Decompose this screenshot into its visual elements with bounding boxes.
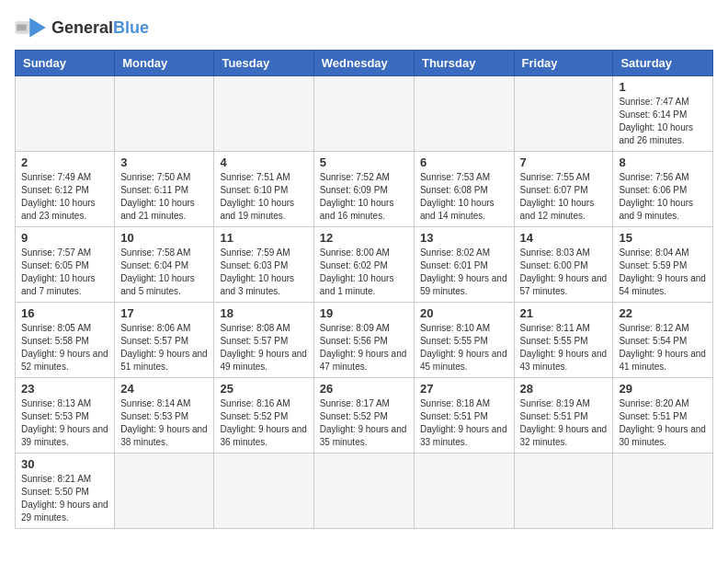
- day-number: 5: [320, 155, 408, 169]
- calendar-table: SundayMondayTuesdayWednesdayThursdayFrid…: [15, 50, 713, 529]
- day-number: 20: [420, 306, 508, 320]
- calendar-cell: 5Sunrise: 7:52 AM Sunset: 6:09 PM Daylig…: [313, 152, 414, 227]
- day-info: Sunrise: 8:10 AM Sunset: 5:55 PM Dayligh…: [420, 322, 508, 373]
- calendar-week-row: 2Sunrise: 7:49 AM Sunset: 6:12 PM Daylig…: [16, 152, 713, 227]
- day-number: 7: [520, 155, 608, 169]
- day-info: Sunrise: 8:05 AM Sunset: 5:58 PM Dayligh…: [21, 322, 108, 373]
- calendar-cell: 20Sunrise: 8:10 AM Sunset: 5:55 PM Dayli…: [414, 303, 514, 378]
- day-number: 26: [320, 382, 408, 396]
- day-info: Sunrise: 8:13 AM Sunset: 5:53 PM Dayligh…: [21, 397, 108, 449]
- logo-general: GeneralBlue: [51, 18, 149, 37]
- calendar-cell: 12Sunrise: 8:00 AM Sunset: 6:02 PM Dayli…: [313, 227, 414, 303]
- calendar-cell: 21Sunrise: 8:11 AM Sunset: 5:55 PM Dayli…: [514, 303, 613, 378]
- calendar-cell: 23Sunrise: 8:13 AM Sunset: 5:53 PM Dayli…: [16, 378, 115, 454]
- calendar-cell: [16, 76, 115, 152]
- day-info: Sunrise: 8:02 AM Sunset: 6:01 PM Dayligh…: [420, 247, 508, 298]
- calendar-cell: [514, 76, 613, 152]
- day-number: 29: [619, 382, 707, 396]
- day-number: 24: [120, 382, 208, 396]
- day-number: 8: [619, 155, 707, 169]
- calendar-cell: 22Sunrise: 8:12 AM Sunset: 5:54 PM Dayli…: [613, 303, 713, 378]
- day-info: Sunrise: 7:56 AM Sunset: 6:06 PM Dayligh…: [619, 171, 707, 223]
- day-number: 16: [21, 306, 108, 320]
- calendar-cell: 27Sunrise: 8:18 AM Sunset: 5:51 PM Dayli…: [414, 378, 514, 454]
- calendar-cell: 13Sunrise: 8:02 AM Sunset: 6:01 PM Dayli…: [414, 227, 514, 303]
- day-number: 10: [120, 231, 208, 245]
- day-number: 22: [619, 306, 707, 320]
- day-number: 19: [320, 306, 408, 320]
- calendar-cell: [414, 76, 514, 152]
- day-number: 21: [520, 306, 608, 320]
- calendar-cell: [115, 76, 214, 152]
- svg-marker-1: [29, 18, 46, 38]
- logo-blue: Blue: [113, 18, 149, 37]
- day-number: 6: [420, 155, 508, 169]
- day-info: Sunrise: 8:00 AM Sunset: 6:02 PM Dayligh…: [320, 247, 408, 298]
- column-header-saturday: Saturday: [613, 51, 713, 76]
- day-number: 18: [220, 306, 307, 320]
- calendar-cell: 28Sunrise: 8:19 AM Sunset: 5:51 PM Dayli…: [514, 378, 613, 454]
- day-info: Sunrise: 8:12 AM Sunset: 5:54 PM Dayligh…: [619, 322, 707, 373]
- day-number: 15: [619, 231, 707, 245]
- calendar-cell: 11Sunrise: 7:59 AM Sunset: 6:03 PM Dayli…: [214, 227, 313, 303]
- calendar-cell: 30Sunrise: 8:21 AM Sunset: 5:50 PM Dayli…: [16, 454, 115, 529]
- day-number: 11: [220, 231, 307, 245]
- calendar-cell: 7Sunrise: 7:55 AM Sunset: 6:07 PM Daylig…: [514, 152, 613, 227]
- day-number: 12: [320, 231, 408, 245]
- calendar-cell: [115, 454, 214, 529]
- calendar-cell: [214, 454, 313, 529]
- logo-text: GeneralBlue: [51, 18, 149, 38]
- calendar-cell: 8Sunrise: 7:56 AM Sunset: 6:06 PM Daylig…: [613, 152, 713, 227]
- day-info: Sunrise: 7:57 AM Sunset: 6:05 PM Dayligh…: [21, 247, 108, 298]
- day-info: Sunrise: 8:09 AM Sunset: 5:56 PM Dayligh…: [320, 322, 408, 373]
- day-number: 27: [420, 382, 508, 396]
- column-header-sunday: Sunday: [16, 51, 115, 76]
- day-info: Sunrise: 8:08 AM Sunset: 5:57 PM Dayligh…: [220, 322, 307, 373]
- day-info: Sunrise: 7:50 AM Sunset: 6:11 PM Dayligh…: [120, 171, 208, 223]
- header: GeneralBlue: [15, 15, 713, 40]
- calendar-cell: [613, 454, 713, 529]
- day-info: Sunrise: 8:03 AM Sunset: 6:00 PM Dayligh…: [520, 247, 608, 298]
- day-info: Sunrise: 7:51 AM Sunset: 6:10 PM Dayligh…: [220, 171, 307, 223]
- day-info: Sunrise: 8:17 AM Sunset: 5:52 PM Dayligh…: [320, 397, 408, 449]
- calendar-cell: [214, 76, 313, 152]
- calendar-cell: 6Sunrise: 7:53 AM Sunset: 6:08 PM Daylig…: [414, 152, 514, 227]
- calendar-cell: 1Sunrise: 7:47 AM Sunset: 6:14 PM Daylig…: [613, 76, 713, 152]
- day-number: 4: [220, 155, 307, 169]
- day-number: 3: [120, 155, 208, 169]
- calendar-cell: 19Sunrise: 8:09 AM Sunset: 5:56 PM Dayli…: [313, 303, 414, 378]
- calendar-cell: 9Sunrise: 7:57 AM Sunset: 6:05 PM Daylig…: [16, 227, 115, 303]
- day-number: 14: [520, 231, 608, 245]
- calendar-cell: 25Sunrise: 8:16 AM Sunset: 5:52 PM Dayli…: [214, 378, 313, 454]
- calendar-cell: 4Sunrise: 7:51 AM Sunset: 6:10 PM Daylig…: [214, 152, 313, 227]
- calendar-cell: 15Sunrise: 8:04 AM Sunset: 5:59 PM Dayli…: [613, 227, 713, 303]
- day-info: Sunrise: 7:47 AM Sunset: 6:14 PM Dayligh…: [619, 96, 707, 147]
- calendar-cell: 10Sunrise: 7:58 AM Sunset: 6:04 PM Dayli…: [115, 227, 214, 303]
- calendar-week-row: 1Sunrise: 7:47 AM Sunset: 6:14 PM Daylig…: [16, 76, 713, 152]
- logo-icon: [15, 15, 48, 40]
- day-info: Sunrise: 8:04 AM Sunset: 5:59 PM Dayligh…: [619, 247, 707, 298]
- day-number: 17: [120, 306, 208, 320]
- calendar-week-row: 16Sunrise: 8:05 AM Sunset: 5:58 PM Dayli…: [16, 303, 713, 378]
- day-info: Sunrise: 8:14 AM Sunset: 5:53 PM Dayligh…: [120, 397, 208, 449]
- calendar-cell: 26Sunrise: 8:17 AM Sunset: 5:52 PM Dayli…: [313, 378, 414, 454]
- calendar-header-row: SundayMondayTuesdayWednesdayThursdayFrid…: [16, 51, 713, 76]
- calendar-cell: [414, 454, 514, 529]
- day-info: Sunrise: 7:59 AM Sunset: 6:03 PM Dayligh…: [220, 247, 307, 298]
- day-info: Sunrise: 7:52 AM Sunset: 6:09 PM Dayligh…: [320, 171, 408, 223]
- day-info: Sunrise: 8:11 AM Sunset: 5:55 PM Dayligh…: [520, 322, 608, 373]
- column-header-thursday: Thursday: [414, 51, 514, 76]
- day-info: Sunrise: 8:18 AM Sunset: 5:51 PM Dayligh…: [420, 397, 508, 449]
- calendar-week-row: 30Sunrise: 8:21 AM Sunset: 5:50 PM Dayli…: [16, 454, 713, 529]
- column-header-tuesday: Tuesday: [214, 51, 313, 76]
- calendar-cell: 18Sunrise: 8:08 AM Sunset: 5:57 PM Dayli…: [214, 303, 313, 378]
- calendar-cell: 24Sunrise: 8:14 AM Sunset: 5:53 PM Dayli…: [115, 378, 214, 454]
- day-number: 2: [21, 155, 108, 169]
- svg-rect-2: [17, 25, 27, 31]
- calendar-cell: [313, 454, 414, 529]
- day-info: Sunrise: 8:21 AM Sunset: 5:50 PM Dayligh…: [21, 473, 108, 524]
- day-number: 1: [619, 80, 707, 94]
- column-header-monday: Monday: [115, 51, 214, 76]
- day-info: Sunrise: 7:53 AM Sunset: 6:08 PM Dayligh…: [420, 171, 508, 223]
- logo: GeneralBlue: [15, 15, 149, 40]
